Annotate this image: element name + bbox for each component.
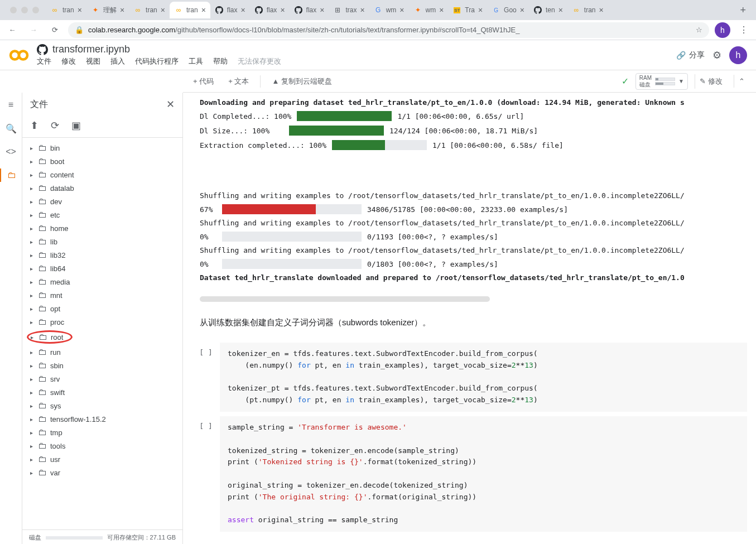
tab-close-icon[interactable]: ×: [399, 6, 404, 15]
menu-item[interactable]: 代码执行程序: [135, 56, 179, 66]
menu-item[interactable]: 文件: [37, 56, 51, 66]
address-bar[interactable]: 🔒 colab.research.google.com/github/tenso…: [68, 22, 709, 38]
code-editor[interactable]: sample_string = 'Transformer is awesome.…: [220, 416, 747, 532]
code-snippets-icon[interactable]: <>: [4, 145, 18, 158]
file-tree-item[interactable]: ▸🗀tools: [22, 439, 182, 452]
refresh-icon[interactable]: ⟳: [51, 119, 59, 132]
browser-tab[interactable]: GGoo×: [487, 2, 529, 18]
menu-item[interactable]: 插入: [110, 56, 125, 66]
file-tree-item[interactable]: ▸🗀dev: [22, 195, 182, 208]
share-button[interactable]: 🔗 分享: [676, 50, 705, 60]
tab-close-icon[interactable]: ×: [201, 6, 206, 15]
tab-close-icon[interactable]: ×: [439, 6, 444, 15]
add-code-button[interactable]: + 代码: [190, 74, 217, 89]
tab-close-icon[interactable]: ×: [320, 6, 324, 15]
file-tree-item[interactable]: ▸🗀run: [22, 345, 182, 359]
browser-tab[interactable]: flax×: [290, 2, 329, 18]
file-tree-item[interactable]: ▸🗀tensorflow-1.15.2: [22, 412, 182, 426]
file-tree-item[interactable]: ▸🗀boot: [22, 155, 182, 168]
tab-favicon-icon: ⊞: [333, 6, 342, 15]
browser-tab[interactable]: flax×: [250, 2, 290, 18]
tab-close-icon[interactable]: ×: [558, 6, 563, 15]
browser-menu-icon[interactable]: ⋮: [736, 25, 752, 35]
tab-close-icon[interactable]: ×: [360, 6, 364, 15]
menu-item[interactable]: 帮助: [213, 56, 228, 66]
menu-item[interactable]: 修改: [61, 56, 76, 66]
file-tree-item[interactable]: ▸🗀sbin: [22, 359, 182, 372]
file-tree-item[interactable]: ▸🗀opt: [22, 302, 182, 315]
file-tree-item[interactable]: ▸🗀var: [22, 466, 182, 479]
file-tree-item[interactable]: ▸🗀srv: [22, 372, 182, 386]
tab-close-icon[interactable]: ×: [599, 6, 604, 15]
file-tree-item[interactable]: ▸🗀root: [22, 329, 182, 345]
toc-icon[interactable]: ≡: [4, 98, 18, 112]
file-tree-item[interactable]: ▸🗀usr: [22, 452, 182, 466]
tab-close-icon[interactable]: ×: [241, 6, 245, 15]
code-editor[interactable]: tokenizer_en = tfds.features.text.Subwor…: [220, 343, 747, 412]
file-tree-item[interactable]: ▸🗀datalab: [22, 181, 182, 195]
tab-close-icon[interactable]: ×: [520, 6, 524, 15]
file-tree-item[interactable]: ▸🗀proc: [22, 315, 182, 329]
close-window-icon[interactable]: [10, 7, 17, 13]
reload-button[interactable]: ⟳: [47, 22, 62, 38]
file-tree-item[interactable]: ▸🗀lib: [22, 235, 182, 248]
tab-close-icon[interactable]: ×: [161, 6, 165, 15]
code-cell[interactable]: [ ] tokenizer_en = tfds.features.text.Su…: [192, 343, 747, 412]
browser-tab[interactable]: ∞tran×: [129, 2, 170, 18]
file-tree-item[interactable]: ▸🗀lib64: [22, 262, 182, 275]
close-icon[interactable]: ✕: [166, 98, 175, 110]
browser-tab[interactable]: Gwm×: [369, 2, 409, 18]
document-title[interactable]: transformer.ipynb: [52, 44, 130, 55]
browser-tab[interactable]: ∞tran×: [46, 2, 86, 18]
tab-close-icon[interactable]: ×: [280, 6, 285, 15]
file-tree-item[interactable]: ▸🗀etc: [22, 208, 182, 222]
browser-tab[interactable]: flax×: [210, 2, 250, 18]
minimize-window-icon[interactable]: [21, 7, 28, 13]
browser-tab[interactable]: ten×: [529, 2, 567, 18]
resource-indicator[interactable]: RAM 磁盘 ▼: [635, 73, 688, 90]
progress-label: Dl Completed...: 100%: [200, 112, 291, 121]
browser-tab[interactable]: ⊞trax×: [329, 2, 369, 18]
new-tab-button[interactable]: +: [734, 4, 752, 16]
file-tree-item[interactable]: ▸🗀home: [22, 222, 182, 235]
forward-button[interactable]: →: [26, 22, 41, 38]
user-avatar[interactable]: h: [729, 46, 747, 64]
file-tree-item[interactable]: ▸🗀sys: [22, 399, 182, 412]
browser-tab[interactable]: ∞tran×: [170, 2, 210, 18]
file-tree-item[interactable]: ▸🗀media: [22, 275, 182, 288]
expand-button[interactable]: ⌃: [734, 75, 749, 88]
tab-close-icon[interactable]: ×: [120, 6, 124, 15]
back-button[interactable]: ←: [4, 22, 20, 38]
file-tree-item[interactable]: ▸🗀bin: [22, 141, 182, 155]
file-tree-item[interactable]: ▸🗀lib32: [22, 248, 182, 262]
browser-tab[interactable]: STTra×: [448, 2, 487, 18]
menu-item[interactable]: 视图: [86, 56, 100, 66]
file-tree-item[interactable]: ▸🗀content: [22, 168, 182, 181]
file-tree-item[interactable]: ▸🗀tmp: [22, 426, 182, 439]
edit-mode-button[interactable]: ✎ 修改: [695, 74, 727, 89]
tab-close-icon[interactable]: ×: [78, 6, 82, 15]
mount-drive-icon[interactable]: ▣: [71, 119, 81, 132]
text-cell[interactable]: 从训练数据集创建自定义子词分词器（subwords tokenizer）。: [183, 307, 756, 338]
star-icon[interactable]: ☆: [696, 26, 702, 34]
search-icon[interactable]: 🔍: [4, 122, 18, 135]
copy-to-drive-button[interactable]: ▲ 复制到云端硬盘: [268, 74, 335, 89]
browser-tab[interactable]: ✦理解×: [86, 2, 129, 18]
file-tree-item[interactable]: ▸🗀mnt: [22, 288, 182, 302]
browser-profile-avatar[interactable]: h: [715, 22, 730, 38]
tab-close-icon[interactable]: ×: [478, 6, 483, 15]
code-cell[interactable]: [ ] sample_string = 'Transformer is awes…: [192, 416, 747, 532]
folder-icon: 🗀: [38, 347, 48, 357]
gear-icon[interactable]: ⚙: [712, 49, 721, 61]
file-tree-item[interactable]: ▸🗀swift: [22, 386, 182, 399]
upload-icon[interactable]: ⬆: [30, 119, 38, 132]
maximize-window-icon[interactable]: [32, 7, 39, 13]
horizontal-scrollbar[interactable]: [200, 296, 490, 302]
menu-item[interactable]: 工具: [189, 56, 203, 66]
browser-tab[interactable]: ∞tran×: [567, 2, 608, 18]
files-icon[interactable]: 🗀: [0, 169, 22, 182]
browser-tab[interactable]: ✦wm×: [409, 2, 449, 18]
colab-logo-icon[interactable]: [9, 45, 29, 65]
chevron-right-icon: ▸: [30, 443, 36, 449]
add-text-button[interactable]: + 文本: [225, 74, 252, 89]
